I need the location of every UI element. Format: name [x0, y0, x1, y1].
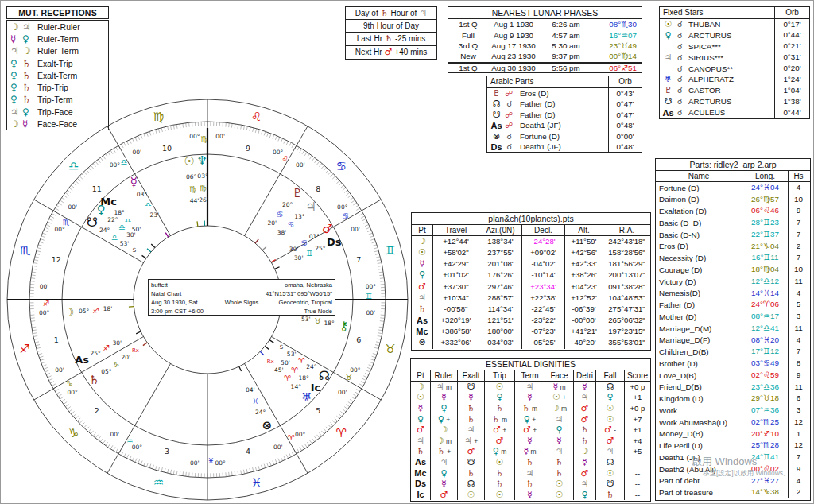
- jupiter-glyph: ♃: [581, 479, 589, 489]
- part-name: Nemesis(D): [656, 289, 742, 297]
- moon-glyph: ☽: [552, 403, 560, 413]
- sun-sign-glyph: ♍: [189, 184, 196, 193]
- asc-minute-label: 30': [112, 339, 122, 347]
- degree-tick: [278, 459, 280, 463]
- degree-tick: [343, 188, 346, 190]
- degree-tick: [135, 459, 137, 463]
- degree-tick: [64, 195, 67, 197]
- degree-tick: [186, 123, 187, 127]
- degree-tick: [309, 156, 312, 159]
- value-cell: +12°52': [564, 293, 603, 304]
- degree-tick: [315, 436, 317, 440]
- chart-place: omaha, Nebraska: [246, 281, 332, 289]
- dignity-flag: m: [560, 405, 567, 413]
- degree-tick: [359, 384, 363, 386]
- sign-divider: [297, 126, 308, 145]
- star-orb: 0°31': [774, 52, 809, 63]
- cusp-minute-label: 00': [215, 133, 225, 140]
- degree-tick: [356, 390, 360, 392]
- degree-tick: [326, 169, 329, 173]
- value-cell: 237°55': [479, 247, 521, 258]
- dignity-cell: ♀ +: [430, 414, 457, 425]
- degree-tick: [340, 185, 343, 188]
- degree-tick: [138, 459, 139, 463]
- dignity-flag: m: [444, 437, 452, 445]
- value-cell: 242°43'18": [603, 236, 650, 247]
- conj-glyph: ☌: [503, 142, 515, 151]
- part-name: Father (D): [515, 110, 608, 119]
- part-longitude: 24°♊41: [742, 452, 788, 463]
- degree-tick: [365, 373, 369, 374]
- degree-tick: [355, 392, 359, 394]
- mercury-glyph: ☿: [441, 392, 447, 402]
- degree-tick: [309, 440, 312, 444]
- sun-glyph: ☉: [496, 490, 504, 500]
- degree-tick: [161, 467, 162, 471]
- degree-tick: [353, 203, 357, 205]
- degree-tick: [281, 457, 282, 461]
- part-longitude: 26°♍57: [742, 194, 788, 206]
- part-longitude: 08°♒17: [742, 311, 788, 323]
- mars-minute-label: 30': [289, 246, 299, 253]
- jupiter-glyph: ♃: [417, 436, 424, 446]
- conj-glyph: ☌: [503, 132, 515, 141]
- mc-position-tick: [151, 244, 155, 248]
- value-cell: -49°20': [564, 337, 603, 348]
- moon-position-tick: [129, 307, 134, 308]
- dignity-cell: ♄: [457, 414, 484, 425]
- dignity-row: Ds☿☊♄♄☉♃☋--: [411, 479, 650, 490]
- degree-tick: [153, 130, 154, 134]
- part-name: Children_D(B): [656, 347, 742, 356]
- degree-tick: [44, 367, 48, 369]
- ic-glyph: Ic: [417, 490, 424, 499]
- degree-tick: [77, 418, 80, 421]
- ic-sign-glyph: ♈: [291, 366, 298, 374]
- degree-tick: [31, 275, 35, 276]
- degree-tick: [379, 272, 383, 273]
- cusp-degree-label: 00°: [366, 283, 377, 290]
- conj-glyph: ☌: [674, 108, 685, 117]
- degree-tick: [332, 421, 335, 424]
- degree-tick: [65, 404, 68, 406]
- degree-tick: [83, 172, 87, 175]
- degree-tick: [328, 425, 331, 428]
- dignity-cell: ♀: [430, 403, 457, 414]
- part-name: Part of treasure: [656, 488, 742, 497]
- degree-tick: [267, 133, 269, 137]
- degree-tick: [297, 147, 300, 151]
- cusp-sign-glyph: ♌: [282, 154, 289, 163]
- cusp-degree-label: 00°: [68, 389, 79, 396]
- degree-tick: [48, 219, 52, 220]
- degree-tick: [83, 425, 87, 428]
- chart-zodiac: Geocentric, Tropical: [263, 298, 332, 307]
- dignity-cell: ♀: [430, 468, 457, 479]
- part-row: Necessity (D)16°♊117: [656, 252, 810, 264]
- asc-sign-glyph: ♐: [103, 343, 110, 352]
- degree-tick: [361, 382, 365, 384]
- degree-tick: [37, 351, 41, 352]
- degree-tick: [156, 466, 157, 470]
- degree-tick: [144, 462, 145, 466]
- value-cell: 181°56'29": [603, 258, 650, 269]
- degree-tick: [126, 455, 128, 459]
- saturn-glyph: ♄: [418, 304, 426, 314]
- house-number: 2: [95, 406, 99, 415]
- house-number: 1: [54, 335, 59, 344]
- ic-glyph: Ic: [311, 382, 321, 394]
- sign-pis-glyph: ♓: [763, 289, 770, 297]
- dignity-cell: ☉: [595, 414, 624, 425]
- lunar-phases-panel: NEAREST LUNAR PHASES 1st QAug 1 19306:26…: [448, 6, 642, 73]
- mercury-glyph: ☿: [527, 392, 533, 402]
- part-house: 4: [788, 182, 808, 194]
- part-row: Life Peril (D)25°♏2812: [656, 440, 810, 452]
- conj-glyph: ☌: [674, 64, 685, 73]
- dignity-cell: ♂: [430, 490, 457, 501]
- mars-glyph: ♂: [322, 222, 332, 236]
- part-longitude: 12°♎41: [742, 323, 788, 335]
- degree-tick: [331, 174, 334, 177]
- snode-glyph: ☋: [487, 110, 503, 120]
- cusp-minute-label: 00': [273, 444, 283, 451]
- degree-tick: [121, 144, 123, 148]
- value-cell: +22°38': [521, 293, 564, 304]
- node-type: True Node: [246, 307, 332, 316]
